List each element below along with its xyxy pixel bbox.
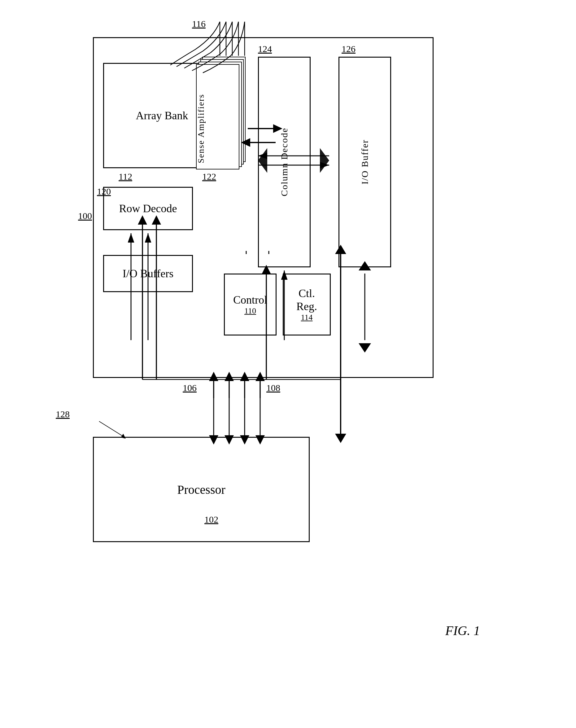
ref-112: 112 (119, 171, 132, 182)
row-decode-label: Row Decode (119, 202, 177, 215)
array-bank-label: Array Bank (136, 109, 188, 122)
ref-102: 102 (204, 514, 218, 525)
ref-128: 128 (56, 409, 70, 419)
sense-amp-container: Sense Amplifiers (196, 57, 246, 174)
col-decode-label: Column Decode (279, 128, 290, 196)
ref-108: 108 (266, 383, 280, 393)
ref-100: 100 (78, 211, 92, 221)
ref-116: 116 (192, 19, 206, 29)
row-decode-block: Row Decode (103, 187, 193, 230)
ref-120: 120 (97, 186, 111, 197)
processor-block: Processor (93, 437, 310, 542)
ref-126: 126 (342, 44, 355, 54)
control-label: Control (233, 293, 267, 306)
control-block: Control 110 (224, 274, 277, 336)
svg-marker-15 (358, 343, 371, 353)
svg-marker-8 (320, 148, 329, 173)
col-decode-block: Column Decode (258, 57, 311, 267)
control-ref: 110 (244, 306, 256, 316)
sense-amp-label: Sense Amplifiers (196, 94, 246, 163)
io-buffer-block: I/O Buffer (339, 57, 391, 267)
ref-124: 124 (258, 44, 272, 54)
io-buffers-label: I/O Buffers (123, 267, 173, 280)
svg-marker-54 (335, 434, 346, 443)
ref-122: 122 (202, 171, 216, 182)
ctl-reg-label2: Reg. (296, 300, 317, 313)
io-buffers-block: I/O Buffers (103, 255, 193, 292)
fig-label: FIG. 1 (445, 623, 480, 638)
svg-line-59 (99, 421, 124, 437)
ctl-reg-block: Ctl. Reg. 114 (283, 274, 331, 336)
processor-label: Processor (177, 482, 226, 497)
chip-outline: Array Bank Sense Amplifiers Row Decode C… (93, 37, 434, 378)
io-buffer-label: I/O Buffer (359, 139, 370, 184)
ref-106: 106 (183, 383, 197, 393)
ctl-reg-label1: Ctl. (298, 287, 315, 300)
ctl-reg-ref: 114 (301, 313, 313, 322)
